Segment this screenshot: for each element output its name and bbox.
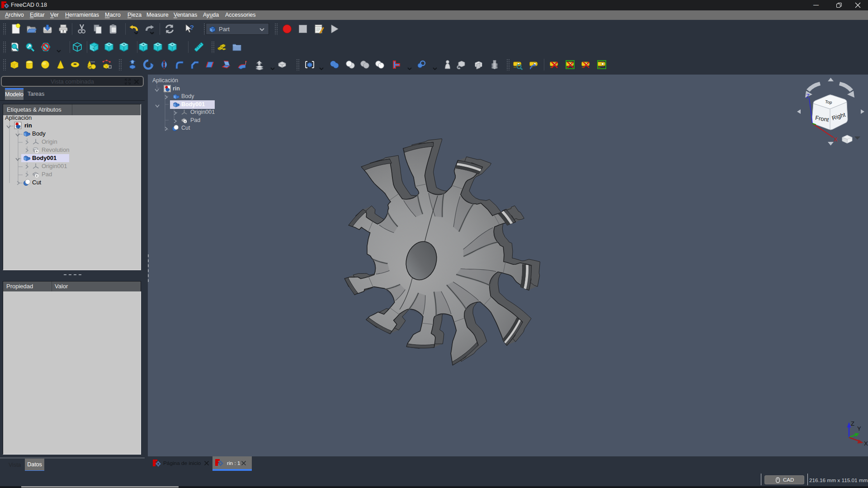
svg-text:Y: Y [857,425,861,432]
svg-text:X: X [834,136,838,143]
svg-text:Top: Top [825,99,832,105]
svg-text:?: ? [190,23,194,31]
svg-text:X: X [864,440,868,447]
svg-text:Ø: Ø [89,65,91,69]
svg-text:Z: Z [851,420,854,427]
svg-text:Z: Z [806,93,810,99]
